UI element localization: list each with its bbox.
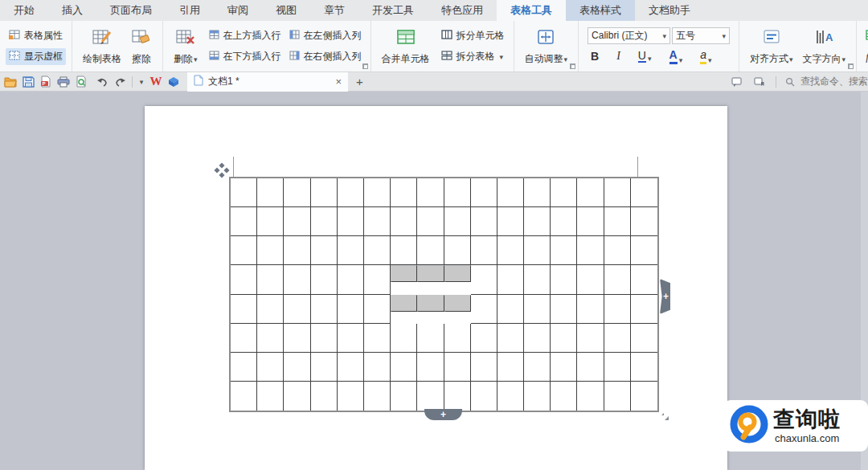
table-cell[interactable] — [231, 382, 257, 411]
delete-button[interactable]: 删除▾ — [169, 25, 203, 68]
table-cell[interactable] — [311, 178, 338, 207]
table-cell[interactable] — [284, 207, 310, 236]
table-cell[interactable] — [604, 236, 631, 265]
table-cell[interactable] — [257, 324, 284, 353]
table-properties-button[interactable]: 表格属性 — [6, 27, 66, 44]
table-cell[interactable] — [284, 382, 310, 411]
customize-toolbar-caret-icon[interactable]: ▾ — [136, 74, 147, 90]
table-cell[interactable] — [338, 207, 364, 236]
table-cell[interactable] — [604, 265, 631, 294]
table-cell[interactable] — [471, 265, 497, 294]
table-cell[interactable] — [604, 324, 631, 353]
search-icon[interactable] — [784, 74, 796, 90]
table-cell[interactable] — [338, 236, 364, 265]
table-cell[interactable] — [417, 295, 444, 312]
table-cell[interactable] — [231, 265, 257, 294]
table-cell[interactable] — [311, 265, 338, 294]
insert-row-handle[interactable]: + — [424, 409, 462, 420]
table-cell[interactable] — [444, 324, 471, 353]
show-gridlines-button[interactable]: 显示虚框 — [6, 48, 66, 65]
table-cell[interactable] — [497, 382, 524, 411]
table-cell[interactable] — [551, 178, 577, 207]
table-cell[interactable] — [524, 353, 551, 382]
wps-logo-icon[interactable]: W — [147, 74, 165, 90]
table-cell[interactable] — [391, 295, 417, 312]
table-cell[interactable] — [311, 295, 338, 324]
menu-tab[interactable]: 插入 — [48, 0, 96, 21]
table-cell[interactable] — [444, 178, 471, 207]
table-cell[interactable] — [364, 295, 391, 324]
table-cell[interactable] — [311, 207, 338, 236]
menu-tab[interactable]: 文档助手 — [635, 0, 704, 21]
table-cell[interactable] — [391, 207, 417, 236]
table-cell[interactable] — [604, 207, 631, 236]
table-cell[interactable] — [577, 236, 604, 265]
table-cell[interactable] — [311, 324, 338, 353]
menu-tab[interactable]: 特色应用 — [428, 0, 497, 21]
table-cell[interactable] — [391, 178, 417, 207]
new-tab-button[interactable]: + — [356, 75, 363, 88]
table-cell[interactable] — [551, 207, 577, 236]
search-input[interactable]: 查找命令、搜索 — [800, 75, 868, 88]
table-cell[interactable] — [524, 382, 551, 411]
table-cell[interactable] — [257, 178, 284, 207]
alignment-button[interactable]: 对齐方式▾ — [745, 25, 798, 68]
table-cell[interactable] — [577, 207, 604, 236]
table-cell[interactable] — [497, 324, 524, 353]
table-cell[interactable] — [444, 382, 471, 411]
table-cell[interactable] — [577, 324, 604, 353]
table-cell[interactable] — [284, 178, 310, 207]
table-cell[interactable] — [631, 295, 657, 324]
align-dialog-launcher[interactable] — [848, 63, 854, 69]
table-cell[interactable] — [391, 353, 417, 382]
table-cell[interactable] — [364, 178, 391, 207]
font-size-select[interactable]: 五号 ▾ — [672, 27, 730, 44]
table-cell[interactable] — [417, 324, 444, 353]
table-cell[interactable] — [338, 295, 364, 324]
table-cell[interactable] — [471, 178, 497, 207]
table-cell[interactable] — [284, 353, 310, 382]
autofit-button[interactable]: 自动调整▾ — [520, 25, 573, 68]
table-cell[interactable] — [497, 265, 524, 294]
table-cell[interactable] — [577, 295, 604, 324]
italic-button[interactable]: I — [613, 49, 624, 63]
table-cell[interactable] — [604, 382, 631, 411]
redo-icon[interactable] — [111, 74, 129, 90]
text-direction-button[interactable]: A 文字方向▾ — [798, 25, 851, 68]
table-cell[interactable] — [551, 295, 577, 324]
table-cell[interactable] — [231, 353, 257, 382]
table-cell[interactable] — [497, 207, 524, 236]
flag-icon[interactable] — [750, 74, 768, 90]
table-cell[interactable] — [417, 207, 444, 236]
table-cell[interactable] — [444, 207, 471, 236]
eraser-button[interactable]: 擦除 — [126, 25, 157, 68]
table-cell[interactable] — [311, 236, 338, 265]
undo-icon[interactable] — [93, 74, 111, 90]
table-cell[interactable] — [551, 236, 577, 265]
insert-column-handle[interactable]: + — [660, 279, 670, 314]
table-cell[interactable] — [391, 265, 417, 282]
table-cell[interactable] — [471, 236, 497, 265]
table-cell[interactable] — [257, 382, 284, 411]
table-cell[interactable] — [257, 265, 284, 294]
table-cell[interactable] — [417, 382, 444, 411]
table-cell[interactable] — [338, 265, 364, 294]
table-cell[interactable] — [524, 207, 551, 236]
table-cell[interactable] — [284, 265, 310, 294]
menu-tab[interactable]: 页面布局 — [96, 0, 166, 21]
table-cell[interactable] — [604, 353, 631, 382]
table-cell[interactable] — [577, 265, 604, 294]
table-cell[interactable] — [364, 353, 391, 382]
table-cell[interactable] — [311, 382, 338, 411]
save-icon[interactable] — [19, 74, 37, 90]
menu-tab[interactable]: 章节 — [310, 0, 358, 21]
table-cell[interactable] — [524, 236, 551, 265]
rows-cols-dialog-launcher[interactable] — [362, 63, 368, 69]
table-move-handle-icon[interactable] — [214, 162, 230, 178]
table-resize-handle-icon[interactable] — [660, 410, 669, 419]
menu-tab[interactable]: 视图 — [262, 0, 310, 21]
table-cell[interactable] — [631, 236, 657, 265]
table-cell[interactable] — [391, 236, 417, 265]
table-cell[interactable] — [551, 353, 577, 382]
table-cell[interactable] — [364, 265, 391, 294]
